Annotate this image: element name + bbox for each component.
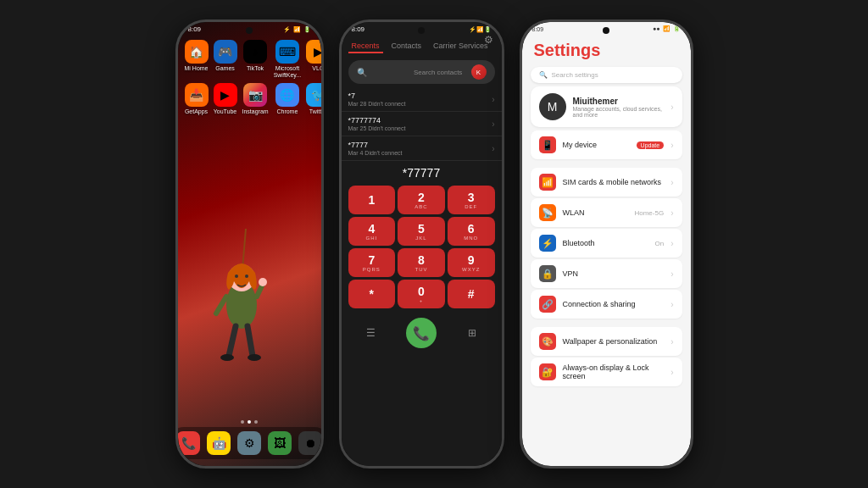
chevron-lock: › — [670, 368, 673, 377]
chevron-my-device: › — [670, 141, 673, 150]
time-2: 8:09 — [352, 25, 365, 33]
app-instagram[interactable]: 📷 Instagram — [242, 83, 269, 115]
chevron-sim: › — [670, 178, 673, 187]
dot-1 — [241, 420, 244, 424]
user-card[interactable]: M Miuithemer Manage accounts, cloud serv… — [531, 86, 682, 127]
dialer-tabs: Recents Contacts Carrier Services — [342, 35, 502, 57]
phone-3-screen: 8:09 ●● 📶 🔋 Settings 🔍 Search settings M… — [522, 22, 691, 466]
dock-settings[interactable]: ⚙ — [237, 431, 261, 455]
svg-line-7 — [248, 326, 253, 356]
punch-hole-1 — [246, 27, 253, 34]
key-star[interactable]: * — [348, 280, 396, 308]
phone-1-screen: 8:09 ⚡ 📶 🔋 🏠 Mi Home 🎮 Games ♪ — [178, 22, 321, 466]
dialpad-toggle[interactable]: ⊞ — [462, 323, 482, 343]
phone-3: 8:09 ●● 📶 🔋 Settings 🔍 Search settings M… — [520, 19, 693, 469]
chevron-connection: › — [670, 300, 673, 309]
section-divider-2 — [522, 320, 691, 325]
key-8[interactable]: 8TUV — [398, 248, 445, 277]
time-3: 8:09 — [532, 26, 544, 32]
settings-icon[interactable]: ⚙ — [484, 34, 493, 46]
app-games[interactable]: 🎮 Games — [214, 40, 237, 78]
key-6[interactable]: 6MNO — [448, 217, 495, 246]
punch-hole-2 — [418, 27, 425, 34]
app-mi-home[interactable]: 🏠 Mi Home — [185, 40, 209, 78]
status-icons-2: ⚡📶🔋 — [469, 26, 492, 33]
app-tiktok[interactable]: ♪ TikTok — [242, 40, 269, 78]
settings-item-wallpaper[interactable]: 🎨 Wallpaper & personalization › — [531, 327, 682, 356]
settings-item-vpn[interactable]: 🔒 VPN › — [531, 259, 682, 288]
settings-item-lock[interactable]: 🔐 Always-on display & Lock screen › — [531, 358, 682, 386]
connection-label: Connection & sharing — [563, 300, 665, 308]
app-youtube[interactable]: ▶ YouTube — [214, 83, 237, 115]
settings-item-connection[interactable]: 🔗 Connection & sharing › — [531, 290, 682, 319]
recent-call-2[interactable]: *7777774 Mar 25 Didn't connect › — [342, 112, 502, 136]
dialpad: 1 2ABC 3DEF 4GHI 5JKL 6MNO 7PQRS 8TUV 9W… — [342, 183, 502, 311]
time-1: 8:09 — [188, 25, 202, 33]
bluetooth-value: On — [654, 240, 664, 247]
settings-item-wlan[interactable]: 📡 WLAN Home-5G › — [531, 198, 682, 227]
phone-1: 8:09 ⚡ 📶 🔋 🏠 Mi Home 🎮 Games ♪ — [175, 19, 324, 469]
recent-call-3[interactable]: *7777 Mar 4 Didn't connect › — [342, 136, 502, 161]
phone-2-screen: 8:09 ⚡📶🔋 ⚙ Recents Contacts Carrier Serv… — [342, 22, 502, 466]
section-divider-1 — [522, 161, 691, 166]
tab-carrier[interactable]: Carrier Services — [430, 40, 492, 53]
app-twitter[interactable]: 🐦 Twitter — [306, 83, 320, 115]
app-chrome[interactable]: 🌐 Chrome — [274, 83, 302, 115]
svg-line-3 — [216, 297, 226, 313]
app-vlc[interactable]: ▶ VLC — [306, 40, 320, 78]
search-icon: 🔍 — [539, 71, 548, 79]
svg-point-5 — [259, 278, 267, 286]
lock-label: Always-on display & Lock screen — [563, 363, 665, 380]
dialer-screen: 8:09 ⚡📶🔋 ⚙ Recents Contacts Carrier Serv… — [342, 22, 502, 466]
lock-icon: 🔐 — [539, 363, 556, 380]
key-9[interactable]: 9WXYZ — [448, 248, 495, 277]
key-3[interactable]: 3DEF — [448, 186, 495, 214]
dock-phone[interactable]: 📞 — [178, 431, 201, 455]
my-device-label: My device — [563, 141, 630, 149]
phone-2: 8:09 ⚡📶🔋 ⚙ Recents Contacts Carrier Serv… — [339, 19, 504, 469]
svg-point-9 — [248, 354, 261, 361]
connection-icon: 🔗 — [539, 296, 556, 313]
character-svg — [195, 229, 280, 398]
key-4[interactable]: 4GHI — [348, 217, 396, 246]
settings-item-bluetooth[interactable]: ⚡ Bluetooth On › — [531, 229, 682, 258]
my-device-icon: 📱 — [539, 136, 556, 153]
chevron-bluetooth: › — [670, 239, 673, 248]
wallpaper-label: Wallpaper & personalization — [563, 337, 665, 346]
wlan-label: WLAN — [563, 208, 628, 217]
key-1[interactable]: 1 — [348, 186, 396, 214]
bluetooth-label: Bluetooth — [563, 239, 648, 247]
key-hash[interactable]: # — [448, 280, 495, 308]
dock-gallery[interactable]: 🖼 — [268, 431, 292, 455]
chevron-vpn: › — [670, 269, 673, 279]
update-badge: Update — [637, 141, 665, 149]
app-swiftkey[interactable]: ⌨ Microsoft SwiftKey... — [274, 40, 302, 78]
key-7[interactable]: 7PQRS — [348, 248, 396, 277]
dock-robot[interactable]: 🤖 — [207, 431, 231, 455]
settings-search-bar[interactable]: 🔍 Search settings — [531, 67, 682, 83]
character-illustration — [195, 229, 280, 398]
settings-item-my-device[interactable]: 📱 My device Update › — [531, 130, 682, 159]
tab-recents[interactable]: Recents — [348, 40, 383, 53]
vpn-icon: 🔒 — [539, 265, 556, 282]
settings-item-sim[interactable]: 📶 SIM cards & mobile networks › — [531, 168, 682, 197]
key-5[interactable]: 5JKL — [398, 217, 445, 246]
dialer-bottom-bar: ☰ 📞 ⊞ — [342, 313, 502, 353]
status-icons-3: ●● 📶 🔋 — [653, 25, 680, 32]
vpn-label: VPN — [563, 269, 665, 278]
key-0[interactable]: 0+ — [398, 280, 445, 308]
app-getapps[interactable]: 📥 GetApps — [185, 83, 209, 115]
recent-call-1[interactable]: *7 Mar 28 Didn't connect › — [342, 87, 502, 112]
tab-contacts[interactable]: Contacts — [388, 40, 426, 53]
home-dock: 📞 🤖 ⚙ 🖼 ⏺ — [178, 427, 321, 459]
call-button[interactable]: 📞 — [406, 318, 437, 348]
dialer-search[interactable]: 🔍 Search contacts K — [348, 60, 495, 84]
wallpaper-icon: 🎨 — [539, 333, 556, 350]
dot-2 — [248, 420, 251, 424]
settings-search-placeholder: Search settings — [552, 71, 598, 79]
avatar: M — [539, 93, 566, 120]
key-2[interactable]: 2ABC — [398, 186, 445, 214]
user-name: Miuithemer — [573, 97, 665, 106]
dock-security[interactable]: ⏺ — [298, 431, 321, 455]
menu-button[interactable]: ☰ — [360, 323, 381, 343]
